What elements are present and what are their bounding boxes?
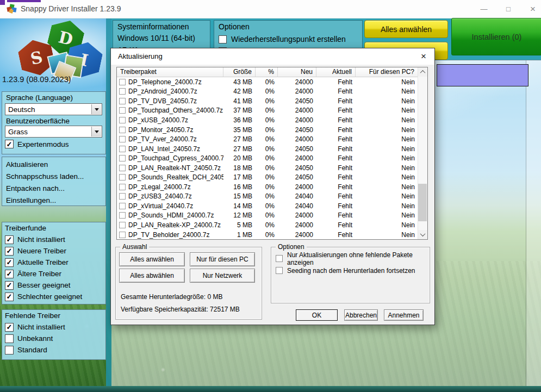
close-button[interactable]: ×	[524, 0, 541, 18]
filter-checkbox[interactable]	[219, 35, 227, 43]
driver-package-row[interactable]: DP_Sounds_Realtek_DCH_24050....17 MB0%24…	[117, 172, 418, 182]
minimize-button[interactable]: —	[475, 0, 493, 18]
filter-item[interactable]: ✓Aktuelle Treiber	[5, 257, 103, 268]
row-checkbox[interactable]	[119, 136, 126, 142]
table-scrollbar[interactable]	[418, 67, 427, 239]
row-checkbox[interactable]	[119, 165, 126, 171]
dialog-title-bar[interactable]: Aktualisierung ×	[111, 48, 434, 65]
filter-checkbox[interactable]	[5, 334, 14, 343]
dialog-close-button[interactable]: ×	[417, 51, 430, 63]
scrollbar-thumb[interactable]	[418, 184, 427, 221]
filter-checkbox[interactable]: ✓	[5, 270, 14, 278]
option-checkbox[interactable]	[276, 255, 283, 262]
driver-package-row[interactable]: DP_zLegal_24000.7z16 MB0%24000FehltNein	[117, 182, 418, 192]
column-header[interactable]: Neu	[278, 67, 316, 77]
select-all-button[interactable]: Alles anwählen	[364, 20, 448, 38]
total-download-size: Gesamte Herunterladegröße: 0 MB	[121, 293, 222, 301]
driver-package-row[interactable]: DP_zAndroid_24000.7z42 MB0%24000FehltNei…	[117, 87, 418, 97]
filter-item[interactable]: ✓Nicht installiert	[5, 234, 103, 245]
scroll-up-icon[interactable]	[418, 67, 427, 77]
cancel-button[interactable]: Abbrechen	[344, 309, 378, 321]
driver-package-row[interactable]: DP_Sounds_HDMI_24000.7z12 MB0%24000Fehlt…	[117, 211, 418, 221]
driver-package-row[interactable]: DP_LAN_Realtek-NT_24050.7z18 MB0%24050Fe…	[117, 163, 418, 173]
option-row[interactable]: Seeding nach dem Herunterladen fortsetze…	[276, 266, 415, 275]
filter-item[interactable]: ✓Neuere Treiber	[5, 245, 103, 257]
filter-checkbox[interactable]: ✓	[5, 281, 14, 290]
scroll-down-icon[interactable]	[418, 230, 427, 239]
filter-checkbox[interactable]: ✓	[5, 258, 14, 267]
driver-package-row[interactable]: DP_xVirtual_24040.7z14 MB0%24040FehltNei…	[117, 201, 418, 211]
language-select[interactable]: Deutsch	[5, 103, 102, 115]
chevron-down-icon[interactable]	[91, 127, 101, 136]
filter-item[interactable]: Unbekannt	[5, 333, 103, 344]
dialog-deselect-all-button[interactable]: Alles abwählen	[119, 269, 185, 283]
selected-driver-group-bar[interactable]	[437, 64, 528, 86]
row-checkbox[interactable]	[119, 146, 126, 152]
sidebar-menu-item[interactable]: Entpacken nach...	[2, 183, 105, 195]
window-title: Snappy Driver Installer 1.23.9	[21, 0, 121, 18]
driver-package-row[interactable]: DP_xUSB_24000.7z36 MB0%24000FehltNein	[117, 115, 418, 125]
only-this-pc-button[interactable]: Nur für diesen PC	[190, 252, 255, 266]
driver-package-row[interactable]: DP_Touchpad_Others_24000.7z37 MB0%24000F…	[117, 106, 418, 116]
header-options-title: Optionen	[219, 22, 250, 31]
row-checkbox[interactable]	[119, 127, 126, 133]
filter-item[interactable]: Wiederherstellungspunkt erstellen	[219, 33, 346, 45]
filter-checkbox[interactable]: ✓	[5, 235, 14, 244]
install-button[interactable]: Installieren (0)	[451, 18, 541, 55]
package-name: DP_Touchpad_Cypress_24000.7z	[128, 154, 223, 162]
row-checkbox[interactable]	[119, 203, 126, 209]
row-checkbox[interactable]	[119, 174, 126, 181]
row-checkbox[interactable]	[119, 88, 126, 95]
row-checkbox[interactable]	[119, 107, 126, 114]
driver-package-row[interactable]: DP_TV_Aver_24000.7z27 MB0%24000FehltNein	[117, 134, 418, 144]
new-version-cell: 24000	[278, 211, 316, 219]
driver-package-row[interactable]: DP_Telephone_24000.7z43 MB0%24000FehltNe…	[117, 77, 418, 87]
driver-package-row[interactable]: DP_LAN_Realtek-XP_24000.7z5 MB0%24000Feh…	[117, 220, 418, 230]
driver-package-row[interactable]: DP_TV_DVB_24050.7z41 MB0%24050FehltNein	[117, 96, 418, 106]
filter-item[interactable]: Standard	[5, 344, 103, 356]
driver-package-row[interactable]: DP_TV_Beholder_24000.7z1 MB0%24000FehltN…	[117, 230, 418, 239]
filter-checkbox[interactable]: ✓	[5, 293, 14, 301]
row-checkbox[interactable]	[119, 155, 126, 161]
filter-checkbox[interactable]: ✓	[5, 323, 14, 332]
ok-button[interactable]: OK	[296, 309, 338, 321]
row-checkbox[interactable]	[119, 222, 126, 228]
filter-item[interactable]: ✓Ältere Treiber	[5, 268, 103, 279]
package-name: DP_TV_DVB_24050.7z	[128, 97, 197, 105]
option-row[interactable]: Nur Aktualisierungen ohne fehlende Paket…	[276, 254, 430, 263]
column-header[interactable]: Treiberpaket	[117, 67, 223, 77]
driver-package-row[interactable]: DP_Touchpad_Cypress_24000.7z20 MB0%24000…	[117, 153, 418, 163]
column-header[interactable]: Aktuell	[316, 67, 356, 77]
column-header[interactable]: %	[256, 67, 278, 77]
filter-item[interactable]: ✓Besser geeignet	[5, 279, 103, 291]
filter-item[interactable]: ✓Nicht installiert	[5, 321, 103, 333]
theme-select[interactable]: Grass	[5, 126, 102, 138]
sidebar-menu-item[interactable]: Aktualisieren	[2, 159, 105, 171]
chevron-down-icon[interactable]	[91, 104, 101, 114]
expert-mode-checkbox[interactable]: ✓	[5, 140, 14, 148]
row-checkbox[interactable]	[119, 193, 126, 200]
filter-checkbox[interactable]: ✓	[5, 247, 14, 256]
expert-mode-checkbox-row[interactable]: ✓ Expertenmodus	[5, 140, 69, 148]
filter-checkbox[interactable]	[5, 346, 14, 354]
filter-item[interactable]: ✓Schlechter geeignet	[5, 291, 103, 302]
row-checkbox[interactable]	[119, 79, 126, 85]
row-checkbox[interactable]	[119, 117, 126, 123]
row-checkbox[interactable]	[119, 212, 126, 219]
dialog-select-all-button[interactable]: Alles anwählen	[119, 252, 185, 266]
driver-package-row[interactable]: DP_Monitor_24050.7z35 MB0%24050FehltNein	[117, 125, 418, 135]
row-checkbox[interactable]	[119, 184, 126, 190]
network-only-button[interactable]: Nur Netzwerk	[190, 269, 255, 283]
sidebar-menu-item[interactable]: Einstellungen...	[2, 195, 105, 207]
apply-button[interactable]: Annehmen	[384, 309, 424, 321]
row-checkbox[interactable]	[119, 232, 126, 238]
driver-package-row[interactable]: DP_zUSB3_24040.7z15 MB0%24040FehltNein	[117, 192, 418, 202]
maximize-button[interactable]: □	[499, 0, 518, 18]
main-scrollbar-zone[interactable]	[526, 60, 541, 386]
column-header[interactable]: Für diesen PC?	[356, 67, 418, 77]
column-header[interactable]: Größe	[223, 67, 256, 77]
driver-package-row[interactable]: DP_LAN_Intel_24050.7z27 MB0%24050FehltNe…	[117, 144, 418, 154]
option-checkbox[interactable]	[276, 267, 283, 274]
row-checkbox[interactable]	[119, 98, 126, 104]
sidebar-menu-item[interactable]: Schnappschuss laden...	[2, 171, 105, 183]
